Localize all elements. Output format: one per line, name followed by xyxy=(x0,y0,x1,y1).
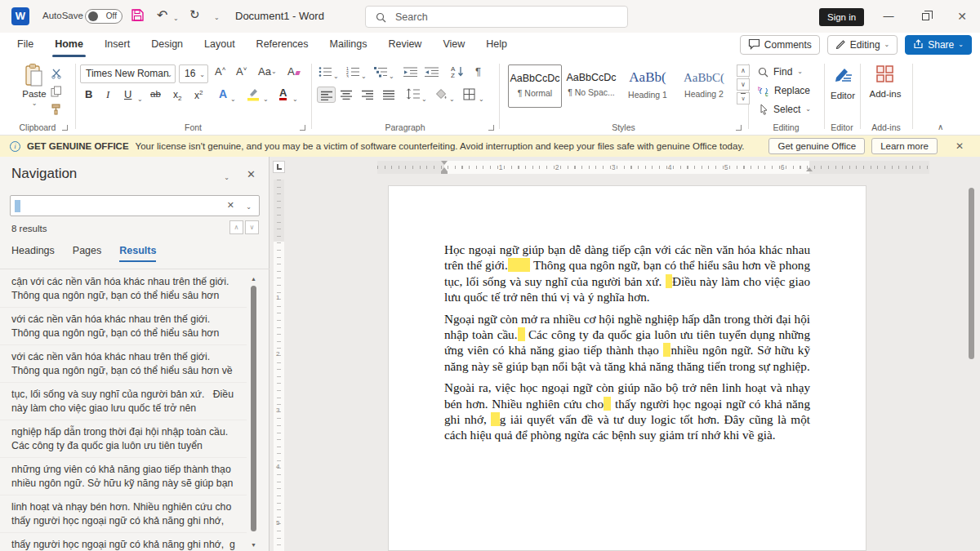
get-genuine-office-button[interactable]: Get genuine Office xyxy=(768,138,865,154)
tab-stop-selector[interactable] xyxy=(273,161,285,173)
numbering-icon[interactable]: 123 xyxy=(346,66,360,81)
document-text[interactable]: Học ngoại ngữ giúp bạn dễ dàng tiếp cận … xyxy=(444,242,810,449)
undo-chevron-icon[interactable] xyxy=(173,11,179,25)
chevron-down-icon[interactable] xyxy=(361,69,367,83)
copy-button[interactable] xyxy=(51,86,74,100)
chevron-down-icon[interactable] xyxy=(449,91,455,106)
shading-icon[interactable] xyxy=(435,88,448,104)
search-result-item[interactable]: cận với các nền văn hóa khác nhau trên t… xyxy=(0,270,247,308)
nav-tab-headings[interactable]: Headings xyxy=(11,245,55,262)
search-result-item[interactable]: những ứng viên có khả năng giao tiếp thà… xyxy=(0,458,247,495)
select-button[interactable]: Select xyxy=(758,104,811,115)
search-result-item[interactable]: với các nền văn hóa khác nhau trên thế g… xyxy=(0,308,247,345)
scrollbar-thumb[interactable] xyxy=(969,188,974,359)
increase-indent-icon[interactable] xyxy=(425,66,439,81)
style-heading-1[interactable]: AaBb(Heading 1 xyxy=(621,64,675,108)
paragraph[interactable]: Ngoài ra, việc học ngoại ngữ còn giúp nã… xyxy=(444,380,810,443)
font-name-combo[interactable]: Times New Roman xyxy=(80,64,176,83)
tab-references[interactable]: References xyxy=(246,33,319,58)
align-right-button[interactable] xyxy=(362,89,374,104)
close-button[interactable] xyxy=(945,0,979,33)
nav-tab-pages[interactable]: Pages xyxy=(73,245,101,262)
search-result-item[interactable]: linh hoạt và nhạy bén hơn. Nhiều nghiên … xyxy=(0,495,247,533)
search-options-chevron-icon[interactable] xyxy=(246,199,252,214)
chevron-down-icon[interactable] xyxy=(263,91,269,106)
borders-icon[interactable] xyxy=(463,88,475,104)
restore-button[interactable] xyxy=(908,0,942,33)
decrease-indent-icon[interactable] xyxy=(403,66,418,81)
tab-layout[interactable]: Layout xyxy=(194,33,246,58)
clear-search-icon[interactable] xyxy=(227,200,234,211)
tab-file[interactable]: File xyxy=(7,33,44,58)
nav-tab-results[interactable]: Results xyxy=(119,245,156,262)
style--normal[interactable]: AaBbCcDc¶ Normal xyxy=(508,64,562,108)
document-page[interactable]: Học ngoại ngữ giúp bạn dễ dàng tiếp cận … xyxy=(388,185,866,551)
search-result-item[interactable]: nghiệp hấp dẫn trong thời đại hội nhập t… xyxy=(0,420,247,458)
align-left-button[interactable] xyxy=(317,87,336,103)
paragraph[interactable]: Ngoại ngữ còn mở ra nhiều cơ hội nghề ng… xyxy=(444,311,810,375)
change-case-icon[interactable]: Aa xyxy=(258,65,277,78)
font-dialog-launcher-icon[interactable] xyxy=(300,125,305,131)
save-icon[interactable] xyxy=(131,8,145,25)
tab-mailings[interactable]: Mailings xyxy=(319,33,378,58)
quick-access-customize-icon[interactable] xyxy=(214,10,220,24)
navigation-close-icon[interactable] xyxy=(247,168,256,180)
replace-button[interactable]: bc Replace xyxy=(758,85,810,96)
editor-button[interactable]: Editor xyxy=(825,64,861,100)
format-painter-button[interactable] xyxy=(51,104,74,118)
minimize-button[interactable] xyxy=(871,0,906,33)
highlight-color-icon[interactable] xyxy=(247,87,261,104)
search-result-item[interactable]: với các nền văn hóa khác nhau trên thế g… xyxy=(0,345,247,383)
search-box[interactable]: Search xyxy=(365,6,628,28)
first-line-indent-marker[interactable] xyxy=(441,161,448,165)
tab-design[interactable]: Design xyxy=(140,33,194,58)
styles-expand-icon[interactable]: ∨ xyxy=(737,92,750,104)
right-indent-marker[interactable] xyxy=(806,167,813,171)
subscript-icon[interactable]: x2 xyxy=(173,89,181,102)
bullets-icon[interactable] xyxy=(318,66,332,81)
tab-home[interactable]: Home xyxy=(44,33,94,58)
tab-insert[interactable]: Insert xyxy=(94,33,140,58)
chevron-down-icon[interactable] xyxy=(421,91,427,106)
addins-button[interactable]: Add-ins xyxy=(867,64,903,99)
previous-result-button[interactable]: ∧ xyxy=(229,220,243,234)
learn-more-button[interactable]: Learn more xyxy=(871,138,938,154)
sign-in-button[interactable]: Sign in xyxy=(819,8,864,26)
underline-icon[interactable]: U xyxy=(124,88,131,100)
strikethrough-icon[interactable]: ab xyxy=(150,89,161,99)
shrink-font-icon[interactable]: A˅ xyxy=(236,65,247,78)
tab-view[interactable]: View xyxy=(432,33,475,58)
find-button[interactable]: Find xyxy=(758,66,803,78)
styles-scroll-down-icon[interactable]: ∨ xyxy=(737,78,750,91)
redo-icon[interactable] xyxy=(189,7,200,22)
chevron-down-icon[interactable] xyxy=(230,91,236,106)
line-spacing-icon[interactable] xyxy=(407,88,421,103)
navigation-scrollbar[interactable]: ▲ ▼ xyxy=(250,276,258,548)
banner-close-icon[interactable] xyxy=(949,140,970,152)
multilevel-list-icon[interactable] xyxy=(374,66,388,81)
left-indent-marker[interactable] xyxy=(441,171,448,174)
scroll-up-icon[interactable]: ▲ xyxy=(251,276,256,282)
clipboard-dialog-launcher-icon[interactable] xyxy=(62,125,68,131)
font-color-icon[interactable]: A xyxy=(279,87,287,100)
paragraph-dialog-launcher-icon[interactable] xyxy=(488,125,494,131)
italic-icon[interactable]: I xyxy=(106,88,109,101)
style-heading-2[interactable]: AaBbC(Heading 2 xyxy=(677,64,731,108)
styles-dialog-launcher-icon[interactable] xyxy=(736,125,742,131)
paste-button[interactable]: Paste xyxy=(13,63,56,122)
navigation-options-chevron-icon[interactable] xyxy=(224,170,229,184)
scrollbar-thumb[interactable] xyxy=(251,286,256,531)
share-button[interactable]: Share xyxy=(905,35,972,55)
chevron-down-icon[interactable] xyxy=(389,69,394,83)
clear-formatting-icon[interactable]: A xyxy=(287,65,300,78)
tab-review[interactable]: Review xyxy=(377,33,432,58)
search-result-item[interactable]: thấy người học ngoại ngữ có khả năng ghi… xyxy=(0,533,247,551)
next-result-button[interactable]: ∨ xyxy=(245,220,259,234)
chevron-down-icon[interactable] xyxy=(137,91,143,106)
paragraph[interactable]: Học ngoại ngữ giúp bạn dễ dàng tiếp cận … xyxy=(444,242,810,305)
align-center-button[interactable] xyxy=(341,89,353,104)
pilcrow-icon[interactable] xyxy=(475,65,481,78)
chevron-down-icon[interactable] xyxy=(292,91,298,106)
chevron-down-icon[interactable] xyxy=(333,69,339,83)
search-result-item[interactable]: tục, lối sống và suy nghĩ của người bản … xyxy=(0,383,247,420)
